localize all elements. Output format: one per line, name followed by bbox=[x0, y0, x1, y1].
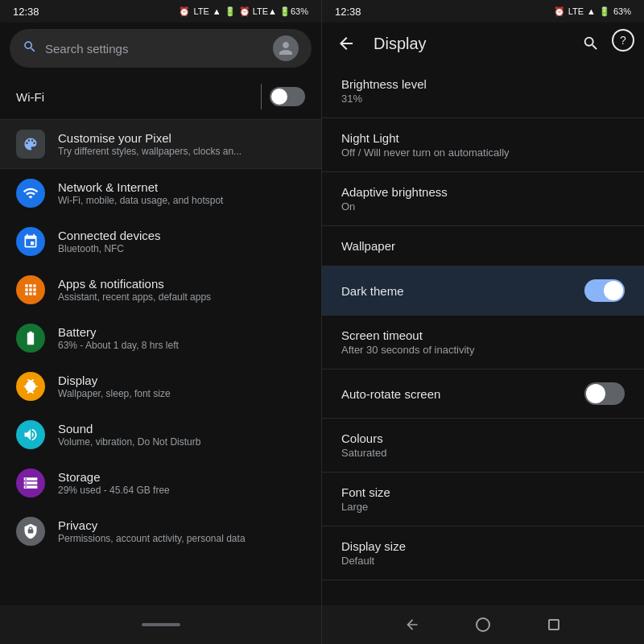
display-item-wallpaper[interactable]: Wallpaper bbox=[322, 226, 644, 266]
settings-item-apps[interactable]: Apps & notifications Assistant, recent a… bbox=[0, 266, 321, 314]
left-status-bar: 12:38 ⏰ LTE ▲ 🔋 ⏰ LTE▲ 🔋63% bbox=[0, 0, 321, 23]
customise-subtitle: Try different styles, wallpapers, clocks… bbox=[58, 146, 242, 157]
fontsize-title: Font size bbox=[341, 485, 390, 499]
left-nav-scroll-indicator bbox=[142, 623, 180, 626]
display-page-title: Display bbox=[367, 35, 570, 53]
settings-list: Network & Internet Wi-Fi, mobile, data u… bbox=[0, 169, 321, 605]
sound-text: Sound Volume, vibration, Do Not Disturb bbox=[58, 422, 200, 448]
left-status-icons: ⏰ LTE ▲ 🔋 ⏰ LTE▲ 🔋63% bbox=[179, 6, 308, 17]
apps-title: Apps & notifications bbox=[58, 277, 211, 291]
colours-title: Colours bbox=[341, 431, 383, 445]
settings-item-sound[interactable]: Sound Volume, vibration, Do Not Disturb bbox=[0, 411, 321, 459]
displaysize-title: Display size bbox=[341, 539, 406, 553]
display-item-timeout[interactable]: Screen timeout After 30 seconds of inact… bbox=[322, 316, 644, 369]
settings-item-privacy[interactable]: Privacy Permissions, account activity, p… bbox=[0, 507, 321, 555]
display-item-adaptive[interactable]: Adaptive brightness On bbox=[322, 172, 644, 226]
auto-rotate-toggle[interactable] bbox=[584, 382, 625, 405]
divider bbox=[261, 84, 262, 109]
display-item-nightlight[interactable]: Night Light Off / Will never turn on aut… bbox=[322, 118, 644, 172]
display-item-displaysize[interactable]: Display size Default bbox=[322, 526, 644, 580]
connected-title: Connected devices bbox=[58, 229, 161, 242]
privacy-subtitle: Permissions, account activity, personal … bbox=[58, 533, 246, 544]
right-battery-icon: 🔋 bbox=[599, 6, 610, 17]
customise-text: Customise your Pixel Try different style… bbox=[58, 131, 242, 157]
sound-icon bbox=[16, 420, 45, 449]
right-signal-icon: ▲ bbox=[587, 6, 596, 16]
sound-subtitle: Volume, vibration, Do Not Disturb bbox=[58, 436, 200, 448]
settings-item-display[interactable]: Display Wallpaper, sleep, font size bbox=[0, 362, 321, 411]
search-icon bbox=[23, 39, 37, 58]
autorotate-title: Auto-rotate screen bbox=[341, 387, 440, 401]
nav-back-button[interactable] bbox=[401, 613, 423, 636]
battery-text: Battery 63% - About 1 day, 8 hrs left bbox=[58, 325, 179, 351]
connected-subtitle: Bluetooth, NFC bbox=[58, 243, 161, 254]
right-battery-percent: 63% bbox=[613, 6, 631, 16]
timeout-subtitle: After 30 seconds of inactivity bbox=[341, 344, 625, 356]
apps-icon bbox=[16, 275, 45, 304]
battery-percent: ⏰ LTE▲ 🔋63% bbox=[239, 6, 308, 17]
customise-row[interactable]: Customise your Pixel Try different style… bbox=[0, 120, 321, 169]
network-title: Network & Internet bbox=[58, 180, 223, 194]
fontsize-subtitle: Large bbox=[341, 501, 625, 513]
colours-subtitle: Saturated bbox=[341, 447, 625, 459]
adaptive-subtitle: On bbox=[341, 200, 625, 213]
display-toolbar: Display ? bbox=[322, 23, 644, 64]
display-item-fontsize[interactable]: Font size Large bbox=[322, 473, 644, 526]
wallpaper-title: Wallpaper bbox=[341, 239, 395, 253]
storage-text: Storage 29% used - 45.64 GB free bbox=[58, 470, 170, 496]
settings-item-battery[interactable]: Battery 63% - About 1 day, 8 hrs left bbox=[0, 314, 321, 362]
right-time: 12:38 bbox=[335, 6, 361, 18]
network-subtitle: Wi-Fi, mobile, data usage, and hotspot bbox=[58, 195, 223, 206]
back-button[interactable] bbox=[332, 29, 361, 58]
signal-icon: ▲ bbox=[213, 6, 221, 16]
battery-icon-item bbox=[16, 324, 45, 353]
toolbar-icons: ? bbox=[576, 29, 634, 58]
left-panel: 12:38 ⏰ LTE ▲ 🔋 ⏰ LTE▲ 🔋63% Search setti… bbox=[0, 0, 322, 644]
settings-item-network[interactable]: Network & Internet Wi-Fi, mobile, data u… bbox=[0, 169, 321, 217]
nav-recents-button[interactable] bbox=[543, 613, 565, 636]
apps-subtitle: Assistant, recent apps, default apps bbox=[58, 291, 211, 303]
right-status-icons: ⏰ LTE ▲ 🔋 63% bbox=[554, 6, 631, 17]
search-bar[interactable]: Search settings bbox=[10, 29, 312, 68]
lte-icon: LTE bbox=[193, 6, 208, 16]
avatar[interactable] bbox=[273, 35, 299, 61]
display-item-colours[interactable]: Colours Saturated bbox=[322, 419, 644, 473]
customise-icon bbox=[16, 130, 45, 159]
display-item-title: Display bbox=[58, 374, 171, 387]
display-item-autorotate[interactable]: Auto-rotate screen bbox=[322, 369, 644, 419]
right-lte-icon: LTE bbox=[568, 6, 584, 16]
privacy-text: Privacy Permissions, account activity, p… bbox=[58, 518, 246, 544]
timeout-title: Screen timeout bbox=[341, 328, 423, 342]
display-help-button[interactable]: ? bbox=[612, 29, 634, 52]
wifi-row[interactable]: Wi-Fi bbox=[0, 74, 321, 120]
connected-icon bbox=[16, 227, 45, 256]
nightlight-title: Night Light bbox=[341, 131, 399, 145]
wifi-controls bbox=[261, 84, 305, 109]
right-nav-bar bbox=[322, 605, 644, 644]
right-panel: 12:38 ⏰ LTE ▲ 🔋 63% Display ? Brightness… bbox=[322, 0, 644, 644]
right-status-bar: 12:38 ⏰ LTE ▲ 🔋 63% bbox=[322, 0, 644, 23]
displaysize-subtitle: Default bbox=[341, 555, 625, 567]
alarm-icon: ⏰ bbox=[179, 6, 190, 17]
left-nav-bar bbox=[0, 605, 321, 644]
display-search-button[interactable] bbox=[576, 29, 605, 58]
display-item-brightness[interactable]: Brightness level 31% bbox=[322, 64, 644, 118]
network-text: Network & Internet Wi-Fi, mobile, data u… bbox=[58, 180, 223, 206]
nav-home-button[interactable] bbox=[472, 613, 494, 636]
storage-subtitle: 29% used - 45.64 GB free bbox=[58, 485, 170, 496]
network-icon bbox=[16, 179, 45, 208]
privacy-title: Privacy bbox=[58, 518, 246, 532]
wifi-toggle[interactable] bbox=[270, 87, 305, 106]
settings-item-connected[interactable]: Connected devices Bluetooth, NFC bbox=[0, 217, 321, 266]
dark-theme-toggle[interactable] bbox=[584, 279, 625, 302]
battery-subtitle: 63% - About 1 day, 8 hrs left bbox=[58, 340, 179, 351]
display-settings-list: Brightness level 31% Night Light Off / W… bbox=[322, 64, 644, 605]
settings-item-storage[interactable]: Storage 29% used - 45.64 GB free bbox=[0, 459, 321, 507]
display-icon-item bbox=[16, 372, 45, 401]
customise-title: Customise your Pixel bbox=[58, 131, 242, 145]
privacy-icon bbox=[16, 517, 45, 546]
sound-title: Sound bbox=[58, 422, 200, 436]
right-alarm-icon: ⏰ bbox=[554, 6, 565, 17]
display-item-darktheme[interactable]: Dark theme bbox=[322, 266, 644, 316]
brightness-subtitle: 31% bbox=[341, 93, 625, 105]
